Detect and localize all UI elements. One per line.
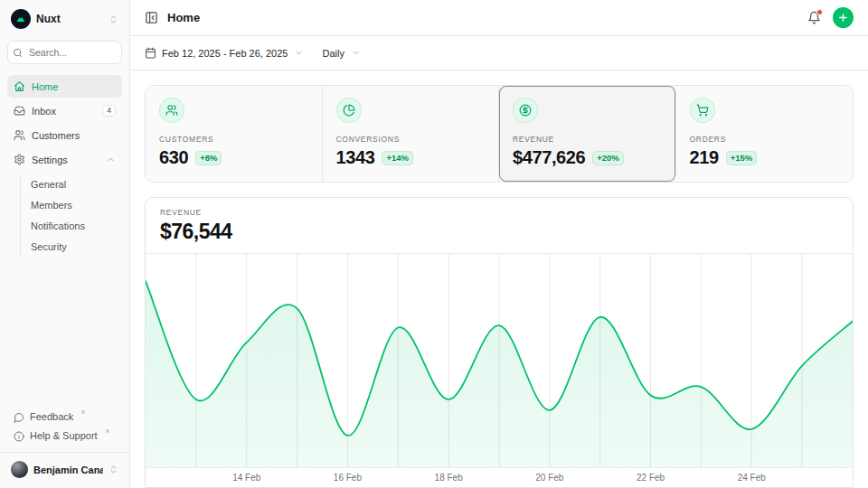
info-icon: [14, 431, 24, 442]
sidebar-subitem-notifications[interactable]: Notifications: [21, 216, 122, 236]
stat-delta-badge: +8%: [195, 151, 222, 165]
stat-card-revenue[interactable]: REVENUE$477,626+20%: [499, 86, 676, 182]
users-icon: [159, 98, 184, 123]
sidebar-item-inbox[interactable]: Inbox4: [7, 99, 122, 122]
user-menu[interactable]: Benjamin Canac: [7, 458, 122, 481]
x-axis-label: 16 Feb: [334, 473, 362, 483]
workspace-name: Nuxt: [36, 13, 103, 25]
x-axis-label: 24 Feb: [738, 473, 766, 483]
stat-card-conversions[interactable]: CONVERSIONS1343+14%: [323, 86, 500, 182]
stat-delta-badge: +20%: [592, 151, 624, 165]
stat-delta-badge: +15%: [726, 151, 758, 165]
chevron-up-icon: [106, 155, 116, 164]
page-header: Home: [130, 0, 868, 36]
chevron-down-icon: [294, 48, 304, 58]
cart-icon: [690, 98, 715, 123]
add-button[interactable]: [833, 7, 854, 28]
period-select[interactable]: Daily: [322, 48, 360, 59]
stat-label: CUSTOMERS: [159, 135, 308, 144]
dollar-circle-icon: [513, 98, 538, 123]
users-icon: [14, 129, 25, 141]
x-axis-label: 14 Feb: [232, 473, 260, 483]
search-icon: [13, 48, 23, 58]
chevron-down-icon: [351, 48, 361, 58]
sidebar-subitem-members[interactable]: Members: [21, 195, 122, 215]
stat-delta-badge: +14%: [382, 151, 413, 165]
x-axis-label: 18 Feb: [435, 473, 463, 483]
chevrons-up-down-icon: [108, 14, 118, 24]
notifications-button[interactable]: [807, 11, 821, 24]
sidebar-item-label: Inbox: [32, 106, 56, 117]
x-axis: 14 Feb16 Feb18 Feb20 Feb22 Feb24 Feb: [146, 467, 853, 487]
inbox-count-badge: 4: [102, 105, 116, 117]
x-axis-label: 22 Feb: [637, 473, 665, 483]
sidebar-item-home[interactable]: Home: [7, 75, 122, 98]
chart-metric-label: REVENUE: [160, 208, 838, 217]
stat-value: 1343: [336, 147, 375, 168]
calendar-icon: [145, 47, 156, 59]
stat-value: 630: [159, 147, 188, 168]
sidebar-item-label: Home: [32, 81, 58, 92]
settings-submenu: GeneralMembersNotificationsSecurity: [20, 174, 122, 257]
collapse-sidebar-icon[interactable]: [145, 11, 158, 24]
plus-icon: [837, 12, 849, 23]
search-input-wrap[interactable]: [7, 41, 122, 64]
footer-link-help-support[interactable]: Help & Support: [7, 427, 122, 446]
sidebar-divider: [0, 452, 129, 453]
unread-dot: [816, 9, 823, 15]
footer-link-label: Feedback: [30, 411, 73, 422]
stat-card-customers[interactable]: CUSTOMERS630+8%: [146, 86, 323, 182]
main-area: Home Feb 12, 2025 - Feb 26, 2025 Daily: [130, 0, 868, 488]
stat-label: ORDERS: [690, 135, 840, 144]
content: CUSTOMERS630+8%CONVERSIONS1343+14%REVENU…: [130, 70, 868, 488]
stat-label: REVENUE: [513, 135, 662, 144]
sidebar-item-customers[interactable]: Customers: [7, 124, 122, 146]
x-axis-label: 20 Feb: [535, 473, 563, 483]
footer-link-label: Help & Support: [30, 430, 98, 441]
stats-row: CUSTOMERS630+8%CONVERSIONS1343+14%REVENU…: [145, 85, 854, 183]
arrow-up-right-icon: [104, 428, 110, 435]
workspace-switcher[interactable]: Nuxt: [7, 7, 122, 31]
sidebar-nav: HomeInbox4CustomersSettingsGeneralMember…: [7, 75, 122, 258]
chart-header: REVENUE $76,544: [146, 198, 853, 254]
stat-value: $477,626: [513, 147, 585, 168]
revenue-chart-card: REVENUE $76,544 14 Feb16 Feb18 Feb20 Feb…: [145, 197, 854, 488]
chart-metric-value: $76,544: [160, 220, 838, 244]
sidebar-footer-links: FeedbackHelp & Support: [7, 408, 122, 446]
home-icon: [14, 80, 25, 92]
date-range-picker[interactable]: Feb 12, 2025 - Feb 26, 2025: [145, 47, 304, 59]
sidebar-item-label: Customers: [32, 130, 80, 141]
footer-link-feedback[interactable]: Feedback: [7, 408, 122, 427]
message-icon: [14, 412, 24, 423]
sidebar-subitem-security[interactable]: Security: [21, 237, 122, 257]
chevrons-up-down-icon: [108, 465, 118, 474]
sidebar: Nuxt HomeInbox4CustomersSettingsGeneralM…: [0, 0, 130, 488]
stat-label: CONVERSIONS: [336, 135, 486, 144]
pie-chart-icon: [336, 98, 362, 123]
user-name: Benjamin Canac: [33, 465, 103, 475]
date-range-label: Feb 12, 2025 - Feb 26, 2025: [162, 48, 288, 59]
stat-card-orders[interactable]: ORDERS219+15%: [676, 86, 854, 182]
gear-icon: [14, 154, 25, 165]
search-input[interactable]: [27, 46, 112, 59]
page-title: Home: [167, 11, 200, 24]
nuxt-logo-icon: [11, 9, 31, 29]
arrow-up-right-icon: [80, 409, 86, 416]
sidebar-item-settings[interactable]: Settings: [7, 148, 122, 171]
inbox-icon: [14, 105, 25, 117]
stat-value: 219: [690, 147, 719, 168]
chart-canvas: [146, 254, 853, 467]
revenue-area-chart[interactable]: [146, 254, 853, 467]
sidebar-item-label: Settings: [32, 155, 68, 165]
avatar: [11, 461, 28, 478]
sidebar-spacer: [7, 258, 122, 408]
toolbar: Feb 12, 2025 - Feb 26, 2025 Daily: [130, 36, 868, 70]
sidebar-subitem-general[interactable]: General: [21, 174, 122, 194]
period-label: Daily: [322, 48, 344, 59]
